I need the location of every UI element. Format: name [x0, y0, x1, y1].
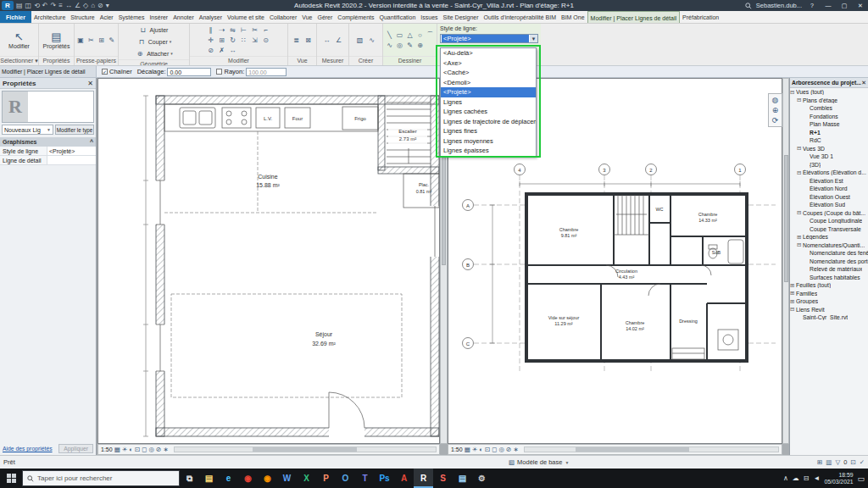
section-icon[interactable]: ⊘: [97, 2, 103, 9]
tree-item[interactable]: Saint-Cyr_Site.rvt: [790, 313, 868, 322]
line-style-option[interactable]: Lignes moyennes: [441, 136, 536, 147]
right-view-hscrollbar[interactable]: [524, 446, 779, 452]
firefox-icon[interactable]: ◉: [258, 469, 277, 488]
tree-item[interactable]: ⊟ Liens Revit: [790, 306, 868, 314]
ribbon-tab[interactable]: Préfabrication: [680, 11, 721, 23]
line-tool-icon[interactable]: ╲: [385, 30, 395, 40]
split-icon[interactable]: ✂: [250, 25, 260, 35]
view-rdc[interactable]: L.V. Four Frigo Escalier 2.73 m² Plac. 0…: [97, 78, 440, 444]
measure-between-icon[interactable]: ↔: [322, 35, 332, 45]
copy-element-icon[interactable]: ⊞: [217, 35, 227, 45]
pin-icon[interactable]: ⊙: [261, 35, 271, 45]
tree-item[interactable]: Élévation Nord: [790, 185, 868, 193]
ellipse-tool-icon[interactable]: ◎: [395, 40, 405, 50]
geometry-tool[interactable]: ⊕ Attacher ▾: [135, 48, 173, 58]
chrome-icon[interactable]: ◉: [238, 469, 258, 488]
revit-taskbar-icon[interactable]: R: [414, 469, 433, 488]
apply-button[interactable]: Appliquer: [58, 444, 93, 453]
ribbon-tab[interactable]: Analyser: [197, 11, 225, 23]
sun-path-icon[interactable]: ☀: [122, 446, 128, 453]
zoom-icon[interactable]: ⊕: [772, 106, 779, 114]
tree-expand-icon[interactable]: ⊞: [790, 282, 796, 289]
stretch-icon[interactable]: ↔: [228, 45, 238, 55]
save-icon[interactable]: ◫: [25, 2, 32, 9]
select-underlay-icon[interactable]: ⊡: [850, 458, 855, 466]
edit-type-button[interactable]: Modifier le type: [55, 125, 94, 135]
tree-expand-icon[interactable]: ⊟: [797, 241, 803, 248]
property-value[interactable]: [47, 156, 96, 164]
sync-icon[interactable]: ⟲: [34, 2, 40, 9]
arc-tool-icon[interactable]: ⌒: [426, 30, 436, 40]
redo-icon[interactable]: ↷: [51, 2, 57, 9]
ribbon-tab[interactable]: Collaborer: [267, 11, 299, 23]
extend-icon[interactable]: ⊢: [239, 25, 249, 35]
undo-icon[interactable]: ↶: [42, 2, 48, 9]
angle-dimension-icon[interactable]: ∠: [334, 35, 344, 45]
measure-icon[interactable]: ↔: [65, 2, 72, 9]
ribbon-tab[interactable]: Architecture: [31, 11, 68, 23]
thin-lines-icon[interactable]: ≣: [292, 35, 302, 45]
outlook-icon[interactable]: O: [336, 469, 355, 488]
qat-customize-icon[interactable]: ▾: [106, 2, 109, 9]
design-option-value[interactable]: Modèle de base: [517, 458, 562, 466]
tree-expand-icon[interactable]: ⊟: [797, 145, 803, 152]
print-icon[interactable]: ≡: [58, 2, 63, 9]
visual-style-icon[interactable]: ▦: [465, 446, 470, 453]
tree-item[interactable]: ⊟ Nomenclatures/Quanti...: [790, 241, 868, 250]
tree-item[interactable]: ⊞ Légendes: [790, 233, 868, 241]
line-style-option[interactable]: <Démoli>: [441, 78, 536, 88]
tree-expand-icon[interactable]: ⊟: [790, 89, 796, 96]
chevron-down-icon[interactable]: ▼: [565, 460, 569, 465]
pick-lines-icon[interactable]: ✎: [405, 40, 415, 50]
tree-item[interactable]: ⊟ Coupes (Coupe du bât...: [790, 209, 868, 218]
volume-icon[interactable]: ◄: [814, 474, 821, 482]
network-icon[interactable]: ⊟: [804, 474, 810, 482]
ribbon-tab[interactable]: Fichier: [0, 11, 31, 23]
open-icon[interactable]: ▤: [16, 2, 23, 9]
tree-item[interactable]: Surfaces habitables: [790, 274, 868, 282]
rotate-icon[interactable]: ↻: [228, 35, 238, 45]
geometry-tool[interactable]: ⊔ Ajuster: [138, 25, 170, 35]
tree-item[interactable]: RdC: [790, 136, 868, 145]
crop-visibility-icon[interactable]: ◻: [142, 446, 147, 453]
type-dropdown[interactable]: Nouveaux Lig ▼: [2, 125, 53, 135]
offset-input[interactable]: 0.00: [167, 68, 211, 76]
mirror-icon[interactable]: ⇋: [228, 25, 238, 35]
reveal-hidden-icon[interactable]: ⊘: [506, 446, 511, 453]
tree-expand-icon[interactable]: ⊟: [797, 169, 803, 176]
spline-tool-icon[interactable]: ∿: [385, 40, 395, 50]
ribbon-tab[interactable]: Volume et site: [225, 11, 267, 23]
scale-control[interactable]: 1:50: [101, 446, 113, 452]
tree-item[interactable]: Vue 3D 1: [790, 152, 868, 161]
notepad-icon[interactable]: ▤: [453, 469, 472, 488]
tree-item[interactable]: Coupe Longitudinale: [790, 217, 868, 225]
ribbon-tab[interactable]: Site Designer: [441, 11, 481, 23]
filter-icon[interactable]: ▽: [835, 458, 840, 466]
move-icon[interactable]: ✛: [206, 35, 216, 45]
offset-icon[interactable]: ⇢: [217, 25, 227, 35]
tree-item[interactable]: Élévation Ouest: [790, 193, 868, 202]
ribbon-tab[interactable]: Quantification: [377, 11, 419, 23]
left-view-hscrollbar[interactable]: [174, 446, 437, 452]
properties-button[interactable]: ▤ Propriétés: [43, 31, 70, 49]
tree-item[interactable]: ⊞ Groupes: [790, 297, 868, 306]
tree-item[interactable]: Relevé de matériaux: [790, 265, 868, 274]
ribbon-tab[interactable]: Structure: [68, 11, 97, 23]
autocad-icon[interactable]: A: [394, 469, 414, 488]
tree-item[interactable]: ⊟ Vues 3D: [790, 145, 868, 153]
crop-view-icon[interactable]: ⊡: [485, 446, 490, 453]
shadows-icon[interactable]: ◐: [479, 446, 483, 453]
hide-isolate-icon[interactable]: ◎: [499, 446, 505, 453]
floor-plan-rdc[interactable]: L.V. Four Frigo Escalier 2.73 m² Plac. 0…: [98, 79, 439, 443]
task-view-icon[interactable]: ⧉: [180, 469, 199, 488]
tree-expand-icon[interactable]: ⊞: [797, 234, 803, 241]
ribbon-tab[interactable]: Issues: [418, 11, 440, 23]
tree-item[interactable]: ⊞ Feuilles (tout): [790, 281, 868, 290]
tree-expand-icon[interactable]: ⊟: [797, 97, 803, 103]
ribbon-tab[interactable]: Acier: [97, 11, 116, 23]
cut-icon[interactable]: ✂: [86, 35, 95, 45]
unpin-icon[interactable]: ⊘: [206, 45, 216, 55]
right-view-vscrollbar[interactable]: [782, 78, 789, 444]
ribbon-tab[interactable]: BIM One: [559, 11, 587, 23]
modify-button[interactable]: ↖ Modifier: [8, 31, 30, 49]
